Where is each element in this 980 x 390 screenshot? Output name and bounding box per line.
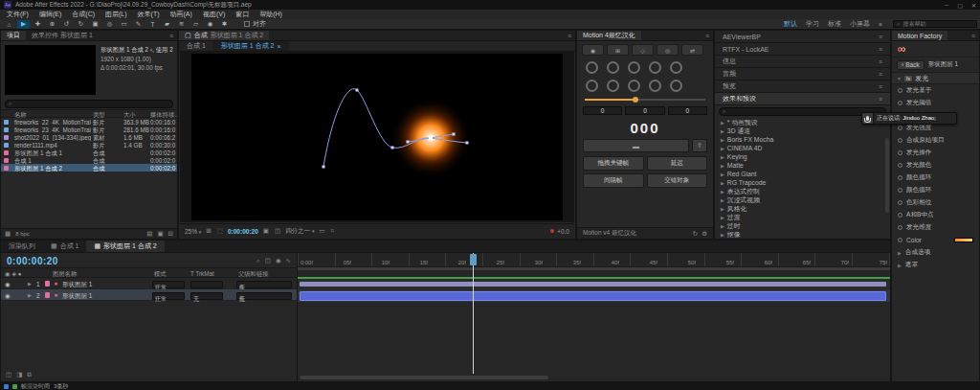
expand-arrow-icon[interactable]: ▶ <box>721 206 724 212</box>
expand-arrow-icon[interactable]: ▶ <box>721 197 724 203</box>
motion-value-field[interactable]: 0 <box>625 106 664 115</box>
expand-arrow-icon[interactable]: ▶ <box>721 180 724 186</box>
project-item-row[interactable]: 合成 1 合成 0:00:02:0 <box>1 156 177 164</box>
expand-arrow-icon[interactable]: ▶ <box>898 250 902 256</box>
eye-icon[interactable]: ◉ <box>5 281 11 288</box>
workspace-tab-default[interactable]: 默认 <box>784 19 797 29</box>
expand-arrow-icon[interactable]: ▶ <box>721 172 724 177</box>
tab-comp1-timeline[interactable]: ▦合成 1 <box>43 241 86 252</box>
effect-extra-row[interactable]: ▶ 合成选项 <box>892 246 979 259</box>
workspace-overflow-icon[interactable]: » <box>879 21 882 28</box>
timeline-column-headers[interactable]: ◉ ◈ ● 图层名称 模式 T TrkMat 父级和链接 <box>1 267 297 278</box>
exposure-value[interactable]: +0.0 <box>557 228 569 235</box>
property-toggle-icon[interactable] <box>898 188 902 193</box>
mask-visibility-icon[interactable]: ⬚ <box>216 227 224 235</box>
effect-category-row[interactable]: ▶ Red Giant <box>715 170 890 178</box>
motion-action-button[interactable]: 交错对象 <box>647 173 708 188</box>
channels-icon[interactable]: ◫ <box>274 227 281 235</box>
motion-dial-icon[interactable] <box>670 61 682 74</box>
panel-menu-icon[interactable]: ≡ <box>879 71 882 78</box>
motion-dial-icon[interactable] <box>628 80 640 92</box>
project-item-row[interactable]: fireworks_22_4K_MotionTrail.mp4 影片 363.9… <box>1 118 177 126</box>
type-tool[interactable]: T <box>146 20 159 29</box>
property-toggle-icon[interactable] <box>898 150 902 155</box>
clone-stamp-tool[interactable]: ≋ <box>175 20 188 29</box>
pan-behind-tool[interactable]: ◎ <box>103 20 116 29</box>
panel-menu-icon[interactable]: ≡ <box>879 58 882 65</box>
motion-apply-button[interactable]: ▬ <box>583 139 689 152</box>
expand-arrow-icon[interactable]: ▶ <box>721 146 724 151</box>
motion-dial-icon[interactable] <box>586 61 598 74</box>
property-toggle-icon[interactable] <box>898 225 902 230</box>
effect-extra-row[interactable]: ▶ 遮罩 <box>892 259 979 271</box>
label-color-chip[interactable] <box>4 158 9 163</box>
comp-tab-shape-layer-comp2[interactable]: 形状图层 1 合成 2× <box>213 41 289 51</box>
shape-tool[interactable]: ▭ <box>118 20 130 29</box>
menu-item[interactable]: 编辑(E) <box>39 10 61 19</box>
project-column-headers[interactable]: 名称 类型 大小 媒体持续... <box>1 109 177 118</box>
parent-link-dropdown[interactable]: ◎无▾ <box>236 292 292 300</box>
tab-shape-comp2-timeline[interactable]: ▦形状图层 1 合成 2 <box>86 241 164 252</box>
label-color-chip[interactable] <box>4 120 9 125</box>
time-ruler[interactable]: 0:00f05f10f15f20f25f30f35f40f45f50f55f60… <box>298 253 890 267</box>
effect-category-row[interactable]: ▶ 过渡 <box>715 213 890 221</box>
effect-category-row[interactable]: ▶ CINEMA 4D <box>715 144 890 152</box>
label-color-chip[interactable] <box>45 292 50 298</box>
region-of-interest-icon[interactable]: ▭ <box>318 227 325 235</box>
effect-category-row[interactable]: ▶ Keying <box>715 152 890 161</box>
back-button[interactable]: ‹Back <box>897 60 924 70</box>
property-toggle-icon[interactable] <box>898 213 902 218</box>
pen-tool[interactable]: ✎ <box>132 20 145 29</box>
expand-arrow-icon[interactable]: ▶ <box>721 215 724 220</box>
slider-knob-icon[interactable] <box>633 97 638 103</box>
tab-motion-factory[interactable]: Motion Factory <box>892 31 947 40</box>
motion-null-icon[interactable]: ◇ <box>632 44 654 56</box>
parent-link-dropdown[interactable]: ◎无▾ <box>236 281 292 288</box>
menu-item[interactable]: 动画(A) <box>170 10 192 19</box>
expand-arrow-icon[interactable]: ▶ <box>721 154 724 160</box>
tab-composition[interactable]: ▢ 合成 形状图层 1 合成 2 <box>179 31 269 40</box>
refresh-icon[interactable]: ↻ <box>693 230 698 238</box>
blend-mode-dropdown[interactable]: 正常▾ <box>152 292 185 300</box>
tab-render-queue[interactable]: 渲染队列 <box>1 241 43 252</box>
collapsed-panel-tab[interactable]: 预览 ≡ <box>715 80 890 93</box>
collapsed-panel-tab[interactable]: RTFX - LockAE ≡ <box>715 43 890 56</box>
motion-dial-icon[interactable] <box>586 80 598 92</box>
frame-blend-icon[interactable]: ◫ <box>265 257 271 264</box>
project-item-row[interactable]: 形状图层 1 合成 1 合成 0:00:02:0 <box>1 149 177 156</box>
orbit-camera-tool[interactable]: ↺ <box>60 20 73 29</box>
expand-layer-switches-icon[interactable]: ◫ <box>6 371 11 379</box>
motion-dial-icon[interactable] <box>607 80 619 92</box>
panel-menu-icon[interactable]: ≡ <box>702 31 713 40</box>
effect-property-row[interactable]: 发光维度 <box>892 221 979 234</box>
expand-arrow-icon[interactable]: ▶ <box>721 120 724 126</box>
panel-menu-icon[interactable]: ≡ <box>879 96 882 103</box>
collapsed-panel-tab[interactable]: AEViewerBP ≡ <box>715 31 890 43</box>
motion-anchor-icon[interactable]: ◉ <box>582 44 604 56</box>
timeline-search-icon[interactable]: ⌕ <box>256 257 260 264</box>
expand-arrow-icon[interactable]: ▶ <box>721 128 724 134</box>
effect-property-row[interactable]: 合成原始项目 <box>892 134 979 147</box>
menu-item[interactable]: 效果(T) <box>138 10 160 19</box>
composition-canvas[interactable] <box>191 54 563 220</box>
resolution-dropdown[interactable]: 四分之一 ▾ <box>285 227 314 236</box>
panel-menu-icon[interactable]: ≡ <box>879 83 882 90</box>
current-time-indicator-handle[interactable] <box>470 254 477 265</box>
workspace-tab-standard[interactable]: 标准 <box>828 19 841 29</box>
snap-toggle[interactable]: 对齐 <box>244 19 266 29</box>
panel-menu-icon[interactable]: ≡ <box>879 34 882 40</box>
selection-tool[interactable]: ▶ <box>17 20 30 29</box>
menu-item[interactable]: 合成(C) <box>72 10 95 19</box>
motion-slider[interactable] <box>585 96 705 103</box>
effect-category-row[interactable]: ▶ 3D 通道 <box>715 126 890 135</box>
status-icon-blue[interactable] <box>4 384 9 389</box>
expand-arrow-icon[interactable]: ▶ <box>721 189 724 195</box>
scrollbar[interactable] <box>885 138 889 213</box>
motion-dial-icon[interactable] <box>607 61 619 74</box>
label-color-chip[interactable] <box>4 135 9 140</box>
effect-property-row[interactable]: 色彩相位 <box>892 196 979 209</box>
track-matte-dropdown[interactable] <box>190 281 223 288</box>
motion-action-button[interactable]: 延迟 <box>647 156 708 171</box>
panel-menu-icon[interactable]: ≡ <box>166 31 177 40</box>
workspace-tab-learn[interactable]: 学习 <box>806 19 819 29</box>
